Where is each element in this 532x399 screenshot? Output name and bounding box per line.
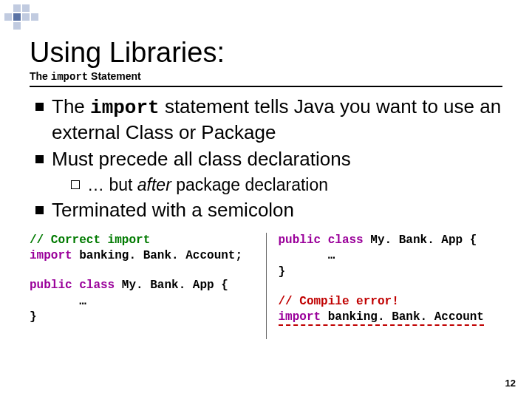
subtitle-prefix: The xyxy=(30,70,51,82)
subtitle-keyword: import xyxy=(51,71,88,83)
bullet-1-pre: The xyxy=(52,95,90,117)
code-left: // Correct import import banking. Bank. … xyxy=(30,233,267,339)
code-columns: // Correct import import banking. Bank. … xyxy=(30,233,502,339)
code-error-comment: // Compile error! xyxy=(279,295,399,308)
bullet-list: The import statement tells Java you want… xyxy=(30,95,502,222)
code-text: } xyxy=(279,265,286,279)
bullet-1-keyword: import xyxy=(90,97,160,119)
code-keyword: import xyxy=(279,310,321,324)
slide-title: Using Libraries: xyxy=(30,37,502,69)
corner-decoration xyxy=(0,0,43,34)
sub-bullet-1: … but after package declaration xyxy=(71,174,502,196)
code-text: banking. Bank. Account xyxy=(321,310,484,324)
code-text: banking. Bank. Account; xyxy=(72,249,242,262)
bullet-1: The import statement tells Java you want… xyxy=(35,95,502,144)
code-keyword: import xyxy=(30,249,72,262)
code-comment: // Correct import xyxy=(30,233,150,247)
sub-bullet-post: package declaration xyxy=(171,175,328,194)
code-text: My. Bank. App { xyxy=(115,279,228,292)
sub-bullet-list: … but after package declaration xyxy=(52,174,502,196)
code-text: My. Bank. App { xyxy=(364,233,477,247)
bullet-3-text: Terminated with a semicolon xyxy=(52,199,294,221)
slide-subtitle: The import Statement xyxy=(30,70,502,83)
bullet-2-text: Must precede all class declarations xyxy=(52,148,351,170)
page-number: 12 xyxy=(505,378,516,389)
bullet-2: Must precede all class declarations … bu… xyxy=(35,147,502,195)
subtitle-suffix: Statement xyxy=(88,70,141,82)
slide: Using Libraries: The import Statement Th… xyxy=(0,0,532,399)
code-text: … xyxy=(30,295,86,308)
code-keyword: public class xyxy=(279,233,364,247)
code-error-line: import banking. Bank. Account xyxy=(279,310,484,326)
sub-bullet-ital: after xyxy=(137,175,171,194)
sub-bullet-pre: … but xyxy=(87,175,137,194)
code-right-block1: public class My. Bank. App { … } xyxy=(279,233,503,281)
title-rule xyxy=(30,86,502,87)
code-right-block2: // Compile error! import banking. Bank. … xyxy=(279,294,503,326)
code-text: } xyxy=(30,310,37,324)
code-left-block2: public class My. Bank. App { … } xyxy=(30,278,254,326)
code-right: public class My. Bank. App { … } // Comp… xyxy=(267,233,503,339)
code-text: … xyxy=(279,249,335,262)
code-left-block1: // Correct import import banking. Bank. … xyxy=(30,233,254,265)
code-keyword: public class xyxy=(30,279,115,292)
bullet-3: Terminated with a semicolon xyxy=(35,198,502,222)
